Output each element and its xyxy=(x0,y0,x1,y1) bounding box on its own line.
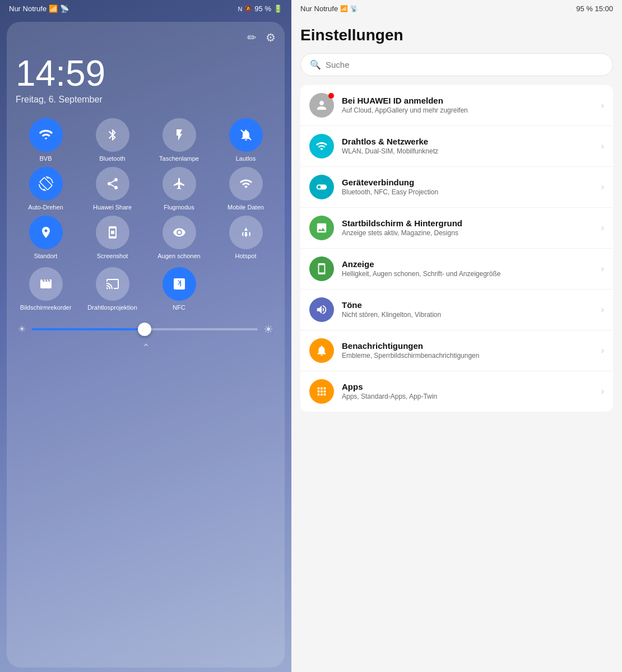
settings-icon-benachrichtigungen xyxy=(309,338,334,363)
mute-status-icon: 🔕 xyxy=(244,5,252,12)
tile-bvb[interactable]: BVB xyxy=(16,118,76,162)
right-sim-icon: 📶 xyxy=(340,5,348,12)
settings-item-text-huawei-id: Bei HUAWEI ID anmelden Auf Cloud, AppGal… xyxy=(342,96,593,115)
settings-item-title-geraeteverbindung: Geräteverbindung xyxy=(342,178,593,187)
chevron-icon-drahtlos: › xyxy=(601,141,604,151)
tile-standort[interactable]: Standort xyxy=(16,216,76,260)
tile-icon-augen-schonen xyxy=(163,216,196,249)
settings-item-title-benachrichtigungen: Benachrichtigungen xyxy=(342,341,593,351)
settings-item-text-benachrichtigungen: Benachrichtigungen Embleme, Sperrbildsch… xyxy=(342,341,593,361)
settings-item-startbildschirm[interactable]: Startbildschirm & Hintergrund Anzeige st… xyxy=(300,208,613,249)
settings-content: Einstellungen 🔍 Bei HUAWEI ID anmelden A… xyxy=(291,17,622,672)
settings-icon-toene xyxy=(309,297,334,322)
right-status-bar: Nur Notrufe 📶 📡 95 % 15:00 xyxy=(291,0,622,17)
quick-tiles-row4: Bildschirm­rekorder Drahtlos­projektion … xyxy=(16,267,276,311)
tile-label-standort: Standort xyxy=(34,253,58,260)
brightness-thumb[interactable] xyxy=(138,323,151,336)
brightness-track[interactable] xyxy=(31,328,258,330)
tile-lautlos[interactable]: Lautlos xyxy=(216,118,276,162)
settings-item-text-drahtlos: Drahtlos & Netzwerke WLAN, Dual-SIM, Mob… xyxy=(342,137,593,156)
brightness-low-icon: ☀ xyxy=(18,324,26,334)
tile-label-mobile-daten: Mobile Daten xyxy=(228,204,264,211)
tile-bluetooth[interactable]: Bluetooth xyxy=(82,118,142,162)
tile-icon-flugmodus xyxy=(163,167,196,200)
settings-item-huawei-id[interactable]: Bei HUAWEI ID anmelden Auf Cloud, AppGal… xyxy=(300,85,613,126)
chevron-icon-toene: › xyxy=(601,305,604,315)
tile-hotspot[interactable]: Hotspot xyxy=(216,216,276,260)
svg-line-4 xyxy=(110,185,114,187)
settings-item-toene[interactable]: Töne Nicht stören, Klingelton, Vibration… xyxy=(300,290,613,330)
settings-icon-anzeige xyxy=(309,256,334,281)
quick-tiles-row3: Standort Screenshot Augen schonen xyxy=(16,216,276,260)
time-display: 14:59 xyxy=(16,55,276,91)
settings-title: Einstellungen xyxy=(300,17,613,53)
notification-shade: Nur Notrufe 📶 📡 N 🔕 95 % 🔋 ✏ ⚙ 14:59 Fre… xyxy=(0,0,291,672)
settings-item-title-startbildschirm: Startbildschirm & Hintergrund xyxy=(342,218,593,228)
tile-bildschirm-rekorder[interactable]: Bildschirm­rekorder xyxy=(16,267,76,311)
settings-panel: Nur Notrufe 📶 📡 95 % 15:00 Einstellungen… xyxy=(291,0,622,672)
tile-auto-drehen[interactable]: Auto-Drehen xyxy=(16,167,76,211)
tile-nfc[interactable]: NFC xyxy=(149,267,209,311)
tile-label-taschenlampe: Taschen­lampe xyxy=(159,155,199,162)
left-status-right: N 🔕 95 % 🔋 xyxy=(238,4,282,13)
settings-item-subtitle-benachrichtigungen: Embleme, Sperrbildschirmbenachrichtigung… xyxy=(342,352,593,361)
settings-item-subtitle-toene: Nicht stören, Klingelton, Vibration xyxy=(342,311,593,320)
battery-text: 95 % xyxy=(254,4,271,13)
tile-screenshot[interactable]: Screenshot xyxy=(82,216,142,260)
tile-flugmodus[interactable]: Flugmodus xyxy=(149,167,209,211)
tile-icon-huawei-share xyxy=(96,167,129,200)
settings-item-text-apps: Apps Apps, Standard-Apps, App-Twin xyxy=(342,382,593,402)
tile-mobile-daten[interactable]: Mobile Daten xyxy=(216,167,276,211)
nfc-status-icon: N xyxy=(238,6,242,12)
right-status-right: 95 % 15:00 xyxy=(576,4,613,13)
search-bar[interactable]: 🔍 xyxy=(300,53,613,76)
settings-item-title-apps: Apps xyxy=(342,382,593,391)
settings-icon[interactable]: ⚙ xyxy=(266,31,276,44)
tile-label-drahtlos-projektion: Drahtlos­projektion xyxy=(87,304,137,311)
settings-item-subtitle-apps: Apps, Standard-Apps, App-Twin xyxy=(342,393,593,402)
tile-icon-nfc xyxy=(163,267,196,301)
tile-icon-mobile-daten xyxy=(229,167,263,200)
settings-item-geraeteverbindung[interactable]: Geräteverbindung Bluetooth, NFC, Easy Pr… xyxy=(300,167,613,208)
right-wifi-icon: 📡 xyxy=(350,5,358,12)
settings-item-apps[interactable]: Apps Apps, Standard-Apps, App-Twin › xyxy=(300,371,613,412)
brightness-fill xyxy=(31,328,145,330)
tile-label-screenshot: Screenshot xyxy=(97,253,128,260)
search-input[interactable] xyxy=(326,60,604,69)
settings-item-title-anzeige: Anzeige xyxy=(342,259,593,269)
card-header: ✏ ⚙ xyxy=(16,31,276,44)
settings-item-subtitle-anzeige: Helligkeit, Augen schonen, Schrift- und … xyxy=(342,270,593,279)
settings-item-subtitle-startbildschirm: Anzeige stets aktiv, Magazine, Designs xyxy=(342,229,593,238)
left-status-left: Nur Notrufe 📶 📡 xyxy=(9,4,69,13)
tile-drahtlos-projektion[interactable]: Drahtlos­projektion xyxy=(82,267,142,311)
tile-augen-schonen[interactable]: Augen schonen xyxy=(149,216,209,260)
chevron-icon-huawei-id: › xyxy=(601,100,604,110)
settings-item-title-drahtlos: Drahtlos & Netzwerke xyxy=(342,137,593,146)
settings-item-subtitle-huawei-id: Auf Cloud, AppGallery und mehr zugreifen xyxy=(342,106,593,115)
tile-icon-drahtlos-projektion xyxy=(96,267,129,301)
settings-item-text-toene: Töne Nicht stören, Klingelton, Vibration xyxy=(342,300,593,320)
tile-label-flugmodus: Flugmodus xyxy=(164,204,194,211)
settings-icon-startbildschirm xyxy=(309,216,334,240)
left-status-bar: Nur Notrufe 📶 📡 N 🔕 95 % 🔋 xyxy=(0,0,291,17)
bottom-handle-icon: ⌃ xyxy=(142,342,150,354)
edit-icon[interactable]: ✏ xyxy=(247,31,257,44)
svg-point-3 xyxy=(114,186,118,189)
tile-label-augen-schonen: Augen schonen xyxy=(157,253,200,260)
settings-item-benachrichtigungen[interactable]: Benachrichtigungen Embleme, Sperrbildsch… xyxy=(300,330,613,371)
sim-icon: 📶 xyxy=(49,4,58,13)
tile-huawei-share[interactable]: Huawei Share xyxy=(82,167,142,211)
bottom-handle[interactable]: ⌃ xyxy=(16,336,276,360)
settings-list: Bei HUAWEI ID anmelden Auf Cloud, AppGal… xyxy=(300,85,613,412)
tile-label-bvb: BVB xyxy=(39,155,52,162)
settings-item-drahtlos[interactable]: Drahtlos & Netzwerke WLAN, Dual-SIM, Mob… xyxy=(300,126,613,167)
brightness-high-icon: ☀ xyxy=(263,323,273,336)
chevron-icon-benachrichtigungen: › xyxy=(601,346,604,356)
svg-line-5 xyxy=(110,181,114,183)
settings-item-anzeige[interactable]: Anzeige Helligkeit, Augen schonen, Schri… xyxy=(300,249,613,290)
settings-item-title-huawei-id: Bei HUAWEI ID anmelden xyxy=(342,96,593,105)
right-status-text: Nur Notrufe xyxy=(300,4,338,13)
tile-icon-taschenlampe xyxy=(163,118,196,152)
date-display: Freitag, 6. September xyxy=(16,95,276,105)
tile-taschenlampe[interactable]: Taschen­lampe xyxy=(149,118,209,162)
